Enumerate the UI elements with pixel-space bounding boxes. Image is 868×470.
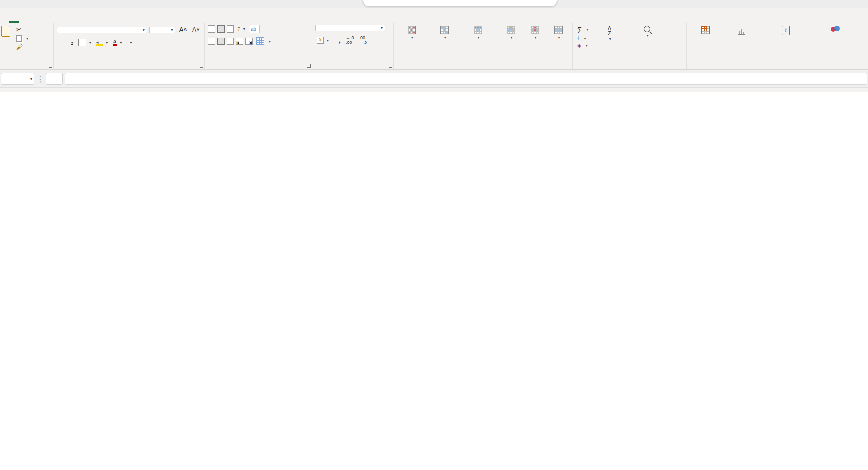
group-acrobat: ⇪ <box>759 23 813 69</box>
format-as-table-button[interactable]: ▾ <box>428 25 460 42</box>
phonetic-button[interactable]: ▾ <box>125 40 133 46</box>
name-box-chevron-icon: ▾ <box>30 77 32 81</box>
analyze-data-button[interactable] <box>727 25 756 36</box>
clipboard-dialog-launcher[interactable] <box>49 64 52 68</box>
search-box[interactable] <box>363 0 557 7</box>
align-bottom-icon[interactable] <box>227 25 234 33</box>
adobe-pdf-icon: ⇪ <box>782 26 790 35</box>
bold-button[interactable] <box>57 42 60 43</box>
font-color-button[interactable]: A▾ <box>111 38 123 47</box>
tab-file-partial[interactable] <box>0 18 9 23</box>
cell-styles-button[interactable]: ▾ <box>462 25 494 42</box>
save-to-baidu-button[interactable] <box>816 25 855 34</box>
format-as-table-icon <box>440 26 449 34</box>
create-pdf-button[interactable]: ⇪ <box>762 25 810 36</box>
group-save-baidu <box>813 23 858 69</box>
scissors-icon: ✂ <box>16 26 22 33</box>
tab-home[interactable] <box>9 16 19 23</box>
align-center-icon[interactable] <box>217 38 225 45</box>
formula-bar-divider: ⋮ <box>36 74 44 84</box>
alignment-dialog-launcher[interactable] <box>307 64 311 68</box>
align-top-icon[interactable] <box>208 25 215 33</box>
format-painter-button[interactable]: 🖌 <box>15 43 30 52</box>
wrap-text-icon: ab <box>251 26 256 32</box>
align-right-icon[interactable] <box>227 38 234 45</box>
format-painter-icon: 🖌 <box>16 43 23 51</box>
tab-acrobat[interactable] <box>88 18 98 23</box>
copy-button[interactable]: ▾ <box>15 34 30 43</box>
tab-formulas[interactable] <box>39 18 48 23</box>
fill-color-button[interactable]: ◂▾ <box>94 38 109 47</box>
number-dialog-launcher[interactable] <box>389 64 392 68</box>
group-styles: ▾ ▾ ▾ <box>394 23 497 69</box>
percent-button[interactable] <box>332 39 335 41</box>
comma-style-button[interactable]: , <box>337 35 342 45</box>
decrease-decimal-icon[interactable]: .00→.0 <box>357 34 368 46</box>
group-alignment: ⤴▾ ab ⇤ ⇥ ▾ <box>205 23 312 69</box>
font-dialog-launcher[interactable] <box>200 64 203 68</box>
autosum-button[interactable]: ∑▾ <box>576 25 590 34</box>
paste-button[interactable] <box>0 25 13 38</box>
tab-help[interactable] <box>78 18 88 23</box>
tab-page-layout[interactable] <box>29 18 39 23</box>
formula-bar: ▾ ⋮ <box>0 70 868 88</box>
decrease-font-icon[interactable]: A˅ <box>191 25 201 34</box>
ribbon-tab-bar <box>0 8 868 23</box>
font-name-select[interactable]: ▾ <box>57 27 147 33</box>
clear-button[interactable]: ◈▾ <box>576 42 590 49</box>
increase-indent-icon[interactable]: ⇥ <box>245 38 253 45</box>
search-icon <box>644 26 650 32</box>
find-select-button[interactable]: ▾ <box>629 25 665 40</box>
increase-decimal-icon[interactable]: ←.0.00 <box>344 34 356 46</box>
name-box[interactable]: ▾ <box>1 73 34 85</box>
orientation-button[interactable]: ⤴▾ <box>236 25 247 33</box>
sigma-icon: ∑ <box>577 26 582 33</box>
wrap-text-button[interactable]: ab <box>249 25 260 33</box>
conditional-formatting-button[interactable]: ▾ <box>397 25 426 42</box>
tab-baidu-netdisk[interactable] <box>98 18 108 23</box>
cut-button[interactable]: ✂ <box>15 25 30 34</box>
underline-button[interactable]: ▾ <box>67 40 75 46</box>
increase-font-icon[interactable]: A˄ <box>177 25 189 35</box>
addins-icon <box>701 26 710 34</box>
cell-styles-icon <box>474 26 482 34</box>
group-editing: ∑▾ ⤓▾ ◈▾ AZ ▾ ▾ <box>573 23 687 69</box>
fill-down-icon: ⤓ <box>577 35 579 41</box>
fill-button[interactable]: ⤓▾ <box>576 34 590 42</box>
group-addins <box>687 23 724 69</box>
merge-center-icon <box>256 37 264 45</box>
group-font: ▾ ▾ A˄ A˅ ▾ ▾ ◂▾ A▾ ▾ <box>54 23 205 69</box>
sort-filter-icon: AZ <box>608 26 611 36</box>
baidu-netdisk-icon <box>831 26 840 33</box>
borders-button[interactable]: ▾ <box>77 38 92 47</box>
analyze-data-icon <box>738 26 745 35</box>
tab-view[interactable] <box>68 18 78 23</box>
ribbon: ✂ ▾ 🖌 ▾ ▾ A˄ A˅ ▾ ▾ ◂▾ A▾ ▾ <box>0 23 868 70</box>
sort-filter-button[interactable]: AZ ▾ <box>592 25 627 43</box>
font-size-select[interactable]: ▾ <box>149 27 176 33</box>
decrease-indent-icon[interactable]: ⇤ <box>236 38 243 45</box>
delete-cells-button[interactable]: ▾ <box>528 25 542 42</box>
copy-icon <box>16 35 22 42</box>
tab-insert[interactable] <box>19 18 29 23</box>
insert-cells-button[interactable]: ▾ <box>504 25 518 42</box>
fill-color-icon: ◂ <box>96 39 103 46</box>
borders-icon <box>78 39 86 46</box>
conditional-formatting-icon <box>408 26 416 34</box>
addins-button[interactable] <box>690 25 721 35</box>
accounting-format-button[interactable]: ¥▾ <box>315 36 330 45</box>
merge-center-button[interactable]: ▾ <box>255 36 272 46</box>
tab-review[interactable] <box>58 18 68 23</box>
insert-cells-icon <box>507 26 515 34</box>
italic-button[interactable] <box>62 42 65 43</box>
group-number: ▾ ¥▾ , ←.0.00 .00→.0 <box>312 23 394 69</box>
group-clipboard: ✂ ▾ 🖌 <box>0 23 54 69</box>
align-middle-icon[interactable] <box>217 25 225 33</box>
align-left-icon[interactable] <box>208 38 215 45</box>
ribbon-grid-gap <box>0 88 868 92</box>
tab-data[interactable] <box>48 18 58 23</box>
number-format-select[interactable]: ▾ <box>315 25 385 31</box>
formula-input[interactable] <box>65 73 867 85</box>
clipboard-icon <box>1 26 10 37</box>
format-cells-button[interactable]: ▾ <box>552 25 565 42</box>
